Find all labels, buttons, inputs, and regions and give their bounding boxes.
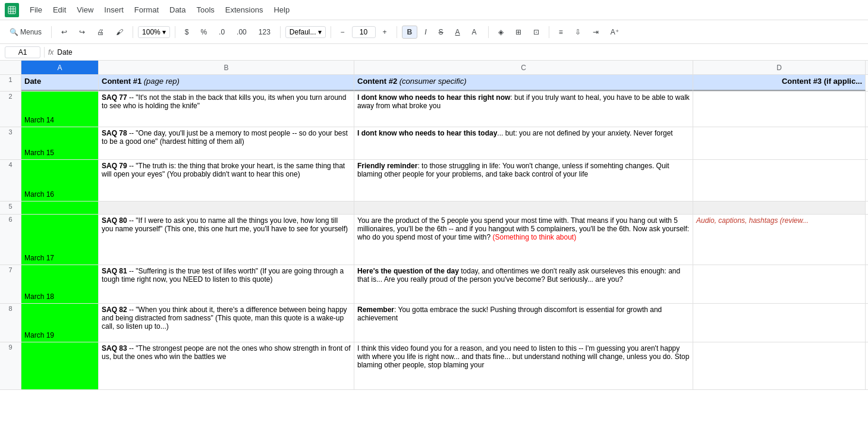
cell-8-d[interactable] (693, 304, 866, 342)
row-number[interactable]: 8 (0, 304, 21, 342)
font-selector[interactable]: Defaul... ▾ (285, 26, 326, 38)
row-number[interactable]: 7 (0, 265, 21, 303)
menu-insert[interactable]: Insert (99, 3, 128, 17)
date-label: March 15 (24, 149, 54, 157)
menu-data[interactable]: Data (165, 3, 190, 17)
toolbar-separator-7 (488, 26, 489, 38)
cell-9-a[interactable] (21, 342, 99, 389)
row-number[interactable]: 5 (0, 202, 21, 214)
menu-format[interactable]: Format (130, 3, 163, 17)
toolbar-separator-8 (549, 26, 549, 38)
cell-6-a[interactable]: March 17 (21, 215, 99, 265)
redo-button[interactable]: ↪ (74, 26, 90, 38)
cell-4-a[interactable]: March 16 (21, 160, 99, 201)
col-header-b[interactable]: B (99, 61, 354, 74)
vertical-align-button[interactable]: ⇩ (570, 26, 586, 38)
font-size-input[interactable]: 10 (352, 26, 376, 38)
cell-4-c[interactable]: Friendly reminder: to those struggling i… (354, 160, 693, 201)
paint-format-button[interactable]: 🖌 (111, 26, 128, 38)
decimal1-button[interactable]: .0 (214, 26, 229, 38)
content-rest: : You gotta embrace the suck! Pushing th… (357, 306, 662, 322)
cell-9-d[interactable] (693, 342, 866, 389)
menu-help[interactable]: Help (269, 3, 294, 17)
number-format-button[interactable]: 123 (254, 26, 275, 38)
saq-content: -- "The truth is: the thing that broke y… (102, 162, 345, 178)
col-header-c[interactable]: C (354, 61, 693, 74)
row-number[interactable]: 4 (0, 160, 21, 201)
cell-5-b[interactable] (99, 202, 354, 214)
cell-2-c[interactable]: I dont know who needs to hear this right… (354, 92, 693, 127)
cell-7-d[interactable] (693, 265, 866, 303)
row-number[interactable]: 3 (0, 127, 21, 159)
cell-6-d[interactable]: Audio, captions, hashtags (review... (693, 215, 866, 265)
cell-2-b[interactable]: SAQ 77 -- "It's not the stab in the back… (99, 92, 354, 127)
fill-color-button[interactable]: ◈ (493, 26, 508, 38)
cell-3-c[interactable]: I dont know who needs to hear this today… (354, 127, 693, 159)
cell-9-c[interactable]: I think this video found you for a reaso… (354, 342, 693, 389)
saq-content: -- "If I were to ask you to name all the… (102, 216, 348, 233)
bold-button[interactable]: B (402, 26, 418, 39)
font-size-increase[interactable]: + (378, 26, 392, 38)
cell-3-d[interactable] (693, 127, 866, 159)
menus-button[interactable]: 🔍 Menus (5, 26, 46, 38)
cell-5-c[interactable] (354, 202, 693, 214)
content-part1: I think this video found you for a reaso… (357, 344, 689, 369)
italic-button[interactable]: I (420, 26, 431, 38)
table-row: 3 March 15 SAQ 78 -- "One day, you'll ju… (0, 127, 868, 160)
row-number[interactable]: 2 (0, 92, 21, 127)
menu-extensions[interactable]: Extensions (221, 3, 268, 17)
cell-8-a[interactable]: March 19 (21, 304, 99, 342)
cell-8-b[interactable]: SAQ 82 -- "When you think about it, ther… (99, 304, 354, 342)
cell-2-a[interactable]: March 14 (21, 92, 99, 127)
cell-1-a[interactable]: Date (21, 75, 99, 91)
print-button[interactable]: 🖨 (92, 26, 109, 38)
cell-5-d[interactable] (693, 202, 866, 214)
cell-7-b[interactable]: SAQ 81 -- "Suffering is the true test of… (99, 265, 354, 303)
cell-6-c[interactable]: You are the product of the 5 people you … (354, 215, 693, 265)
cell-1-b[interactable]: Content #1 (page rep) (99, 75, 354, 91)
cell-4-b[interactable]: SAQ 79 -- "The truth is: the thing that … (99, 160, 354, 201)
cell-4-d[interactable] (693, 160, 866, 201)
cell-9-b[interactable]: SAQ 83 -- "The strongest peope are not t… (99, 342, 354, 389)
svg-rect-0 (8, 7, 15, 14)
row-number[interactable]: 6 (0, 215, 21, 265)
table-row: 5 (0, 202, 868, 215)
cell-2-d[interactable] (693, 92, 866, 127)
currency-button[interactable]: $ (180, 26, 194, 38)
menu-tools[interactable]: Tools (191, 3, 219, 17)
row-number[interactable]: 9 (0, 342, 21, 389)
font-size-decrease[interactable]: − (336, 26, 350, 38)
align-left-button[interactable]: ≡ (554, 26, 568, 38)
zoom-control[interactable]: 100% ▾ (138, 26, 170, 38)
col-header-a[interactable]: A (21, 61, 99, 74)
percent-button[interactable]: % (196, 26, 212, 38)
row-number[interactable]: 1 (0, 75, 21, 91)
cell-reference-input[interactable]: A1 (5, 46, 40, 58)
merge-cells-button[interactable]: ⊡ (529, 26, 544, 38)
more-button[interactable]: A⁺ (606, 26, 624, 38)
cell-1-c[interactable]: Content #2 (consumer specific) (354, 75, 693, 91)
wrap-button[interactable]: ⇥ (588, 26, 603, 38)
cell-1-d[interactable]: Content #3 (if applic... (693, 75, 866, 91)
menu-file[interactable]: File (25, 3, 47, 17)
borders-button[interactable]: ⊞ (511, 26, 526, 38)
decimal2-button[interactable]: .00 (232, 26, 251, 38)
saq-label: SAQ 78 (102, 129, 127, 137)
cell-6-b[interactable]: SAQ 80 -- "If I were to ask you to name … (99, 215, 354, 265)
cell-7-a[interactable]: March 18 (21, 265, 99, 303)
saq-content: -- "One day, you'll just be a memory to … (102, 129, 348, 146)
cell-5-a[interactable] (21, 202, 99, 214)
strikethrough-button[interactable]: S (434, 26, 448, 38)
saq-label: SAQ 79 (102, 162, 127, 170)
underline-button[interactable]: A (451, 26, 465, 38)
table-row: 9 SAQ 83 -- "The strongest peope are not… (0, 342, 868, 390)
menu-edit[interactable]: Edit (48, 3, 71, 17)
undo-button[interactable]: ↩ (56, 26, 72, 38)
cell-3-a[interactable]: March 15 (21, 127, 99, 159)
cell-8-c[interactable]: Remember: You gotta embrace the suck! Pu… (354, 304, 693, 342)
cell-3-b[interactable]: SAQ 78 -- "One day, you'll just be a mem… (99, 127, 354, 159)
font-color-button[interactable]: A (467, 26, 483, 38)
cell-7-c[interactable]: Here's the question of the day today, an… (354, 265, 693, 303)
col-header-d[interactable]: D (693, 61, 866, 74)
menu-view[interactable]: View (72, 3, 98, 17)
